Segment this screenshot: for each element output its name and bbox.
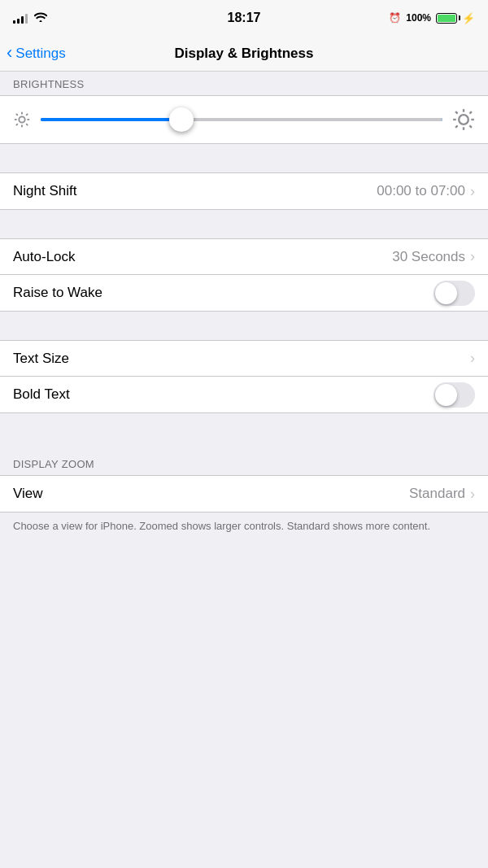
auto-lock-row[interactable]: Auto-Lock 30 Seconds › (0, 239, 488, 275)
svg-line-6 (26, 124, 28, 125)
status-bar: 18:17 ⏰ 100% ⚡ (0, 0, 488, 36)
brightness-group (0, 95, 488, 144)
auto-lock-label: Auto-Lock (13, 249, 76, 265)
status-time: 18:17 (228, 11, 261, 25)
view-value: Standard (409, 486, 465, 502)
auto-lock-chevron: › (470, 248, 475, 265)
svg-line-5 (16, 114, 18, 116)
view-label: View (13, 486, 43, 502)
view-right: Standard › (409, 486, 475, 503)
wifi-icon (34, 11, 47, 24)
svg-line-14 (455, 111, 457, 113)
text-size-label: Text Size (13, 351, 69, 367)
bold-text-row: Bold Text (0, 377, 488, 412)
sun-small-icon (13, 111, 31, 129)
svg-line-15 (469, 125, 471, 127)
night-shift-chevron: › (470, 183, 475, 200)
night-shift-label: Night Shift (13, 183, 76, 199)
back-chevron-icon: ‹ (7, 44, 12, 62)
svg-point-0 (19, 116, 24, 122)
text-size-row[interactable]: Text Size › (0, 341, 488, 377)
display-zoom-group: View Standard › (0, 475, 488, 513)
nav-bar: ‹ Settings Display & Brightness (0, 36, 488, 72)
battery-container (436, 13, 457, 24)
gap-2 (0, 210, 488, 238)
battery-fill (438, 15, 455, 22)
night-shift-right: 00:00 to 07:00 › (377, 183, 475, 200)
bold-text-knob (435, 384, 457, 406)
svg-point-9 (459, 115, 468, 124)
svg-line-16 (455, 125, 457, 127)
back-button[interactable]: ‹ Settings (7, 45, 66, 62)
svg-line-8 (26, 114, 28, 116)
text-group: Text Size › Bold Text (0, 340, 488, 413)
sun-large-icon (452, 108, 475, 131)
bold-text-label: Bold Text (13, 386, 70, 403)
brightness-section-header: BRIGHTNESS (0, 72, 488, 95)
brightness-row (0, 96, 488, 143)
charging-icon: ⚡ (462, 12, 475, 24)
auto-lock-right: 30 Seconds › (392, 248, 475, 265)
display-zoom-header: DISPLAY ZOOM (0, 442, 488, 475)
battery-icon (436, 13, 457, 24)
signal-bars (13, 12, 28, 24)
auto-lock-value: 30 Seconds (392, 249, 465, 265)
view-chevron: › (470, 486, 475, 503)
night-shift-value: 00:00 to 07:00 (377, 183, 465, 199)
gap-3 (0, 312, 488, 340)
battery-percent: 100% (406, 12, 431, 24)
night-shift-group: Night Shift 00:00 to 07:00 › (0, 172, 488, 210)
gap-4 (0, 413, 488, 442)
raise-to-wake-row: Raise to Wake (0, 275, 488, 311)
raise-to-wake-toggle[interactable] (434, 281, 475, 306)
text-size-chevron: › (470, 350, 475, 367)
status-right: ⏰ 100% ⚡ (389, 12, 475, 24)
lock-wake-group: Auto-Lock 30 Seconds › Raise to Wake (0, 238, 488, 312)
text-size-right: › (470, 350, 475, 367)
status-left (13, 11, 47, 24)
raise-to-wake-knob (435, 282, 457, 304)
back-label: Settings (15, 46, 65, 62)
svg-line-7 (16, 124, 18, 125)
night-shift-row[interactable]: Night Shift 00:00 to 07:00 › (0, 173, 488, 209)
display-zoom-footer: Choose a view for iPhone. Zoomed shows l… (0, 513, 488, 547)
nav-title: Display & Brightness (175, 46, 314, 62)
alarm-icon: ⏰ (389, 12, 401, 24)
raise-to-wake-label: Raise to Wake (13, 285, 102, 301)
view-row[interactable]: View Standard › (0, 476, 488, 512)
gap-1 (0, 144, 488, 172)
slider-track (41, 118, 442, 121)
slider-thumb[interactable] (169, 107, 194, 132)
brightness-slider[interactable] (41, 107, 442, 132)
bold-text-toggle[interactable] (434, 382, 475, 408)
slider-track-right (181, 118, 442, 121)
svg-line-17 (469, 111, 471, 113)
slider-track-left (41, 118, 181, 121)
